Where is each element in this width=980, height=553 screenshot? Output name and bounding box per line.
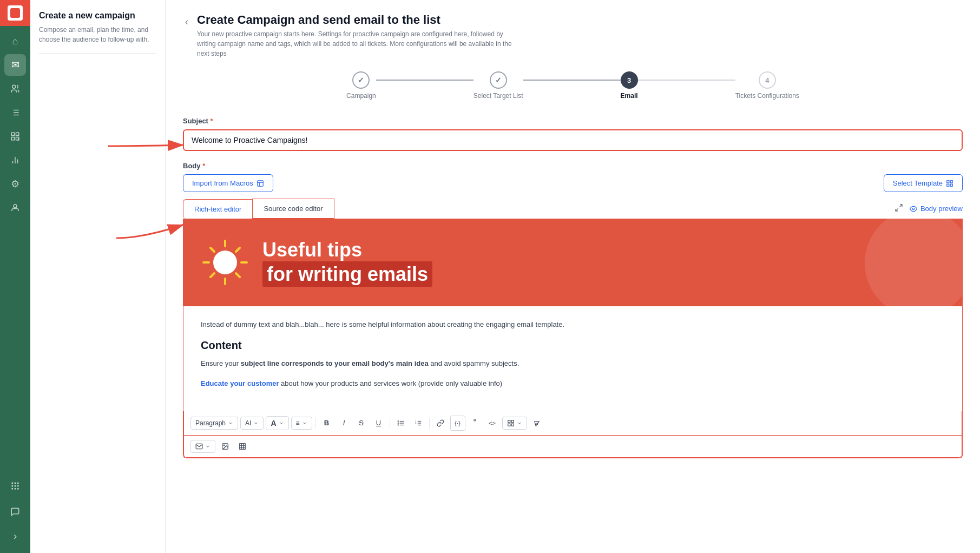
hero-line2: for writing emails [262, 261, 432, 287]
step-circle-email: 3 [621, 71, 638, 89]
hero-line1: Useful tips [262, 238, 432, 261]
sidebar-item-chart[interactable] [4, 149, 26, 171]
toolbar-link[interactable] [433, 416, 448, 431]
svg-point-21 [15, 485, 16, 486]
step-circle-campaign: ✓ [352, 71, 370, 89]
svg-point-17 [12, 483, 13, 484]
svg-point-23 [12, 489, 13, 490]
sidebar-item-users[interactable] [4, 197, 26, 219]
page-title: Create Campaign and send email to the li… [197, 13, 522, 27]
sidebar-item-email[interactable]: ✉ [4, 54, 26, 76]
step-label-email: Email [621, 92, 638, 100]
steps-bar: ✓ Campaign ✓ Select Target List 3 Email … [183, 71, 963, 100]
sidebar: ⌂ ✉ ⚙ › [0, 0, 30, 553]
app-logo[interactable] [0, 0, 30, 26]
import-macros-label: Import from Macros [192, 179, 253, 187]
align-select[interactable]: ≡ [291, 417, 312, 430]
svg-line-39 [236, 273, 240, 277]
logo-inner [10, 8, 20, 18]
step-circle-target: ✓ [490, 71, 507, 89]
email-insert-select[interactable] [190, 440, 215, 453]
step-tickets: 4 Tickets Configurations [735, 71, 799, 100]
svg-rect-58 [508, 424, 510, 426]
logo-icon [8, 5, 23, 21]
main-content: ‹ Create Campaign and send email to the … [166, 0, 980, 553]
font-select[interactable]: A [266, 416, 288, 430]
email-body-content: Instead of dummy text and blah...blah...… [183, 306, 962, 411]
body-field-section: Body * Import from Macros Select Templat… [183, 162, 963, 458]
svg-point-18 [15, 483, 16, 484]
svg-rect-57 [511, 420, 514, 423]
toolbar-strikethrough[interactable]: S [354, 416, 369, 431]
svg-line-33 [899, 205, 902, 207]
subject-field-section: Subject * [183, 117, 963, 151]
sidebar-item-chat[interactable] [4, 501, 26, 523]
svg-line-41 [211, 273, 214, 277]
sidebar-item-add[interactable] [4, 126, 26, 147]
paragraph-select[interactable]: Paragraph [190, 417, 238, 430]
hero-text: Useful tips for writing emails [262, 238, 432, 287]
svg-rect-26 [257, 180, 263, 186]
body-label: Body * [183, 162, 963, 170]
sidebar-item-settings[interactable]: ⚙ [4, 173, 26, 195]
page-header: ‹ Create Campaign and send email to the … [183, 13, 963, 58]
subject-label: Subject * [183, 117, 963, 125]
svg-point-49 [398, 423, 398, 423]
email-line1: Ensure your subject line corresponds to … [201, 358, 945, 370]
svg-point-64 [223, 445, 225, 446]
sidebar-item-home[interactable]: ⌂ [4, 30, 26, 52]
svg-line-43 [211, 248, 214, 252]
svg-rect-59 [511, 424, 514, 426]
insert-select[interactable] [502, 417, 527, 430]
toolbar-table[interactable] [235, 439, 250, 454]
body-preview-button[interactable]: Body preview [910, 205, 963, 213]
expand-icon[interactable] [895, 203, 903, 214]
subject-required-mark: * [211, 117, 213, 125]
toolbar-underline[interactable]: U [371, 416, 386, 431]
step-line-2 [523, 80, 621, 81]
svg-point-20 [12, 485, 13, 486]
step-label-target: Select Target List [473, 92, 523, 100]
editor-toolbar-row2 [183, 436, 962, 458]
step-label-tickets: Tickets Configurations [735, 92, 799, 100]
toolbar-image[interactable] [218, 439, 233, 454]
panel-description: Compose an email, plan the time, and cho… [39, 25, 156, 44]
rich-text-tab[interactable]: Rich-text editor [183, 199, 252, 219]
subject-input[interactable] [183, 129, 963, 151]
svg-rect-8 [16, 133, 19, 135]
svg-rect-56 [508, 420, 510, 423]
import-macros-button[interactable]: Import from Macros [183, 174, 273, 192]
svg-rect-7 [11, 133, 14, 135]
sidebar-item-collapse[interactable]: › [4, 525, 26, 547]
ai-select[interactable]: AI [240, 417, 264, 430]
toolbar-unordered-list[interactable] [393, 416, 409, 431]
toolbar-italic[interactable]: I [337, 416, 352, 431]
svg-point-22 [18, 485, 19, 486]
step-circle-tickets: 4 [759, 71, 776, 89]
svg-point-24 [15, 489, 16, 490]
email-section-title: Content [201, 339, 945, 352]
page-subtitle: Your new proactive campaign starts here.… [197, 29, 522, 58]
sidebar-item-apps[interactable] [4, 475, 26, 497]
source-code-tab[interactable]: Source code editor [252, 199, 334, 219]
toolbar-bold[interactable]: B [319, 416, 334, 431]
toolbar-code-variable[interactable]: {·} [450, 416, 465, 431]
body-required-mark: * [202, 162, 205, 170]
select-template-button[interactable]: Select Template [884, 174, 963, 192]
toolbar-code[interactable]: <> [485, 416, 500, 431]
step-target-list: ✓ Select Target List [473, 71, 523, 100]
sidebar-item-contacts[interactable] [4, 78, 26, 100]
sidebar-bottom: › [4, 501, 26, 553]
left-panel: Create a new campaign Compose an email, … [30, 0, 166, 553]
back-button[interactable]: ‹ [183, 14, 190, 30]
panel-title: Create a new campaign [39, 11, 156, 21]
sidebar-item-list[interactable] [4, 102, 26, 123]
toolbar-blockquote[interactable]: " [468, 416, 483, 431]
svg-point-48 [398, 421, 398, 422]
toolbar-clear-format[interactable] [529, 416, 544, 431]
toolbar-ordered-list[interactable]: 1.2. [411, 416, 426, 431]
svg-point-25 [18, 489, 19, 490]
step-email: 3 Email [621, 71, 638, 100]
svg-line-37 [236, 248, 240, 252]
select-template-label: Select Template [893, 179, 943, 187]
